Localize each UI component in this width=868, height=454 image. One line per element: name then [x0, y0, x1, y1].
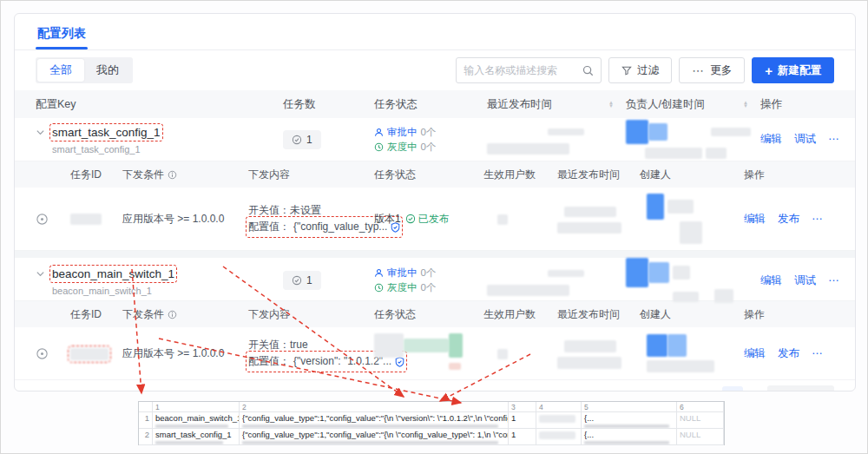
col-condition: 下发条件 — [122, 307, 248, 322]
db-cell-json[interactable]: {"config_value_type":1,"config_value":"{… — [240, 412, 509, 429]
nested-table-header: 任务ID 下发条件 下发内容 任务状态 生效用户数 最近发布时间 创建人 操作 — [15, 161, 855, 188]
db-col-2[interactable]: 2 — [240, 402, 509, 412]
task-more-link[interactable]: ⋯ — [812, 212, 823, 227]
config-key-highlight[interactable]: smart_task_config_1 — [52, 126, 161, 139]
redacted-publish-time — [487, 124, 626, 155]
task-edit-link[interactable]: 编辑 — [744, 212, 766, 227]
db-cell-null[interactable]: NULL — [677, 412, 724, 429]
task-edit-link[interactable]: 编辑 — [744, 346, 766, 361]
total-count: 共 2 项 — [665, 390, 697, 392]
col-last-publish-time: 最近发布时间 ▲▼ — [487, 97, 626, 112]
config-key-subtitle: beacon_main_switch_1 — [52, 286, 174, 296]
db-cell-redacted[interactable] — [536, 429, 582, 445]
db-cell-c3[interactable]: 1 — [509, 412, 536, 429]
redacted-publish-time — [557, 338, 640, 369]
sort-icon[interactable]: ▲▼ — [743, 101, 748, 108]
redacted-owner — [626, 120, 760, 160]
page-number[interactable]: 1 — [722, 386, 743, 391]
task-publish-link[interactable]: 发布 — [778, 212, 799, 227]
debug-link[interactable]: 调试 — [794, 273, 816, 288]
chevron-down-icon[interactable] — [36, 269, 45, 279]
filter-button-label: 过滤 — [637, 63, 659, 78]
task-actions: 编辑 发布 ⋯ — [744, 346, 834, 361]
col-active-users: 生效用户数 — [483, 307, 557, 322]
db-col-4[interactable]: 4 — [536, 402, 582, 412]
next-page-button[interactable]: › — [753, 390, 758, 391]
scope-tab-mine[interactable]: 我的 — [84, 59, 131, 82]
row-actions: 编辑 调试 ⋯ — [760, 132, 839, 147]
db-cell-name[interactable]: smart_task_config_1 — [153, 429, 240, 445]
status-approving: 审批中 0个 — [374, 126, 487, 139]
db-col-3[interactable]: 3 — [509, 402, 536, 412]
filter-icon — [621, 65, 632, 76]
prev-page-button[interactable]: ‹ — [707, 390, 712, 391]
edit-link[interactable]: 编辑 — [760, 273, 782, 288]
task-more-link[interactable]: ⋯ — [812, 346, 823, 361]
db-col-6[interactable]: 6 — [677, 402, 724, 412]
info-icon[interactable] — [168, 310, 177, 319]
redacted-task-id — [70, 211, 122, 227]
redacted-publish-time — [557, 203, 640, 234]
expand-task-icon[interactable] — [36, 347, 49, 360]
tab-config-list[interactable]: 配置列表 — [36, 26, 88, 49]
debug-link[interactable]: 调试 — [794, 132, 816, 147]
col-nested-status: 任务状态 — [374, 307, 483, 322]
db-col-1[interactable]: 1 — [153, 402, 240, 412]
col-task-id: 任务ID — [70, 307, 122, 322]
db-cell-c5[interactable]: {... — [582, 429, 677, 445]
task-version-status: 版本1 已发布 — [374, 212, 483, 227]
redacted-task-status — [374, 333, 483, 373]
config-key-highlight[interactable]: beacon_main_switch_1 — [52, 267, 174, 280]
create-config-button[interactable]: + 新建配置 — [752, 57, 834, 83]
row-more-link[interactable]: ⋯ — [828, 132, 839, 147]
more-button[interactable]: ⋯ 更多 — [679, 57, 745, 83]
search-input[interactable] — [464, 64, 582, 76]
db-cell-c5[interactable]: {... — [582, 412, 677, 429]
search-box[interactable] — [456, 57, 602, 83]
sort-icon[interactable]: ▲▼ — [608, 101, 614, 108]
edit-link[interactable]: 编辑 — [760, 132, 782, 147]
task-row[interactable]: 应用版本号 >= 1.0.0.0 开关值：true 配置值：{"version"… — [15, 327, 855, 380]
db-col-5[interactable]: 5 — [582, 402, 677, 412]
db-cell-c3[interactable]: 1 — [509, 429, 536, 445]
status-approving: 审批中 0个 — [374, 266, 487, 280]
task-publish-link[interactable]: 发布 — [778, 346, 799, 361]
task-row[interactable]: 应用版本号 >= 1.0.0.0 开关值：未设置 配置值：{"config_va… — [15, 188, 855, 251]
db-cell-json[interactable]: {"config_value_type":1,"config_value":"{… — [240, 429, 509, 445]
status-gray-release: 灰度中 0个 — [374, 141, 487, 154]
create-config-label: 新建配置 — [778, 63, 821, 78]
col-task-count: 任务数 — [283, 97, 374, 112]
db-cell-redacted[interactable] — [536, 412, 582, 429]
config-list-panel: 配置列表 全部 我的 过滤 ⋯ 更多 — [14, 13, 856, 391]
db-cell-name[interactable]: beacon_main_switch_1 — [153, 412, 240, 429]
db-cell-null[interactable]: NULL — [677, 429, 724, 445]
toolbar: 全部 我的 过滤 ⋯ 更多 + 新建配置 — [15, 50, 855, 90]
info-icon[interactable] — [168, 170, 177, 180]
expand-task-icon[interactable] — [36, 213, 49, 226]
page-size-select[interactable]: 10 条/页 ∨ — [767, 385, 834, 391]
more-dots-icon: ⋯ — [692, 63, 705, 77]
col-condition: 下发条件 — [122, 168, 248, 182]
col-owner-created: 负责人/创建时间 ▲▼ — [626, 97, 760, 112]
group-divider — [15, 251, 855, 258]
col-creator: 创建人 — [640, 168, 744, 182]
chevron-down-icon[interactable] — [36, 128, 45, 137]
row-more-link[interactable]: ⋯ — [828, 273, 839, 288]
status-gray-release: 灰度中 0个 — [374, 281, 487, 294]
redacted-publish-time — [487, 265, 626, 296]
redacted-creator — [640, 194, 744, 244]
row-actions: 编辑 调试 ⋯ — [760, 273, 839, 288]
config-row-beacon[interactable]: beacon_main_switch_1 beacon_main_switch_… — [15, 258, 855, 301]
col-creator: 创建人 — [640, 307, 744, 322]
col-nested-publish-time: 最近发布时间 — [557, 307, 640, 322]
task-count-badge: 1 — [283, 271, 321, 290]
redacted-creator — [640, 334, 744, 372]
task-count-icon — [292, 135, 302, 145]
switch-value-line: 开关值：true — [248, 337, 374, 353]
filter-button[interactable]: 过滤 — [608, 57, 672, 83]
config-row-smart-task[interactable]: smart_task_config_1 smart_task_config_1 … — [15, 118, 855, 161]
more-button-label: 更多 — [710, 63, 732, 78]
scope-tab-all[interactable]: 全部 — [37, 59, 84, 82]
redacted-owner — [626, 258, 760, 303]
db-row-number: 2 — [139, 429, 153, 445]
